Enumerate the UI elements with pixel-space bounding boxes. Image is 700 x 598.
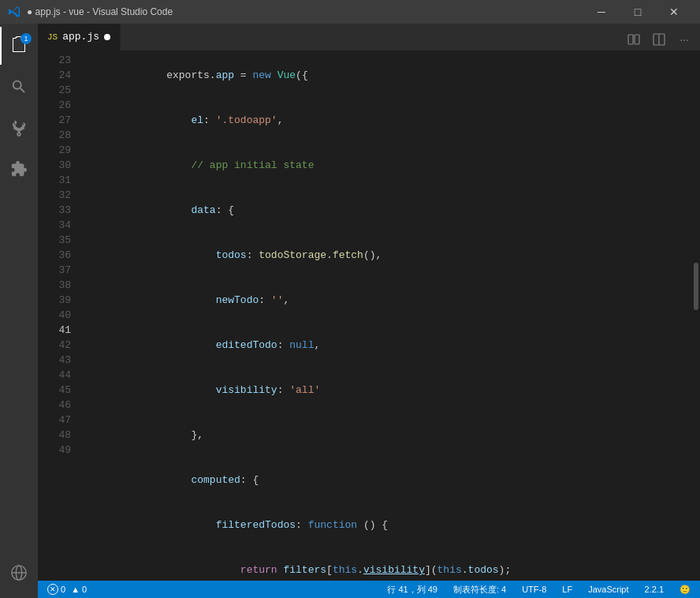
titlebar-left: ● app.js - vue - Visual Studio Code <box>8 6 173 18</box>
cursor-position: 行 41，列 49 <box>387 584 438 596</box>
vertical-scrollbar[interactable] <box>692 51 700 581</box>
app-container: 1 JS <box>0 24 700 598</box>
status-tab-size[interactable]: 制表符长度: 4 <box>450 581 509 598</box>
tab-app-js[interactable]: JS app.js <box>38 24 121 50</box>
status-language[interactable]: JavaScript <box>585 581 631 598</box>
status-bar: ✕ 0 ▲ 0 行 41，列 49 制表符长度: 4 UTF-8 LF <box>38 581 700 598</box>
status-line-ending[interactable]: LF <box>559 581 575 598</box>
code-line-33: filteredTodos: function () { <box>77 503 692 548</box>
code-line-24: el: '.todoapp', <box>77 98 692 143</box>
status-encoding[interactable]: UTF-8 <box>519 581 549 598</box>
code-container[interactable]: 2324252627 2829303132 3334353637 3839404… <box>38 51 700 581</box>
code-editor[interactable]: exports.app = new Vue({ el: '.todoapp', … <box>77 51 692 581</box>
svg-rect-4 <box>635 35 639 44</box>
activity-source-control[interactable] <box>0 109 38 147</box>
close-button[interactable]: ✕ <box>656 0 692 24</box>
minimize-button[interactable]: ─ <box>583 0 620 24</box>
code-line-27: todos: todoStorage.fetch(), <box>77 233 692 278</box>
editor-area: JS app.js ··· <box>38 24 700 598</box>
titlebar-title: ● app.js - vue - Visual Studio Code <box>27 6 173 17</box>
smiley-icon: 🙂 <box>680 585 691 595</box>
activity-search[interactable] <box>0 68 38 106</box>
activity-explorer[interactable]: 1 <box>0 27 38 65</box>
status-errors[interactable]: ✕ 0 ▲ 0 <box>44 581 90 598</box>
js-file-icon: JS <box>47 32 58 42</box>
code-line-23: exports.app = new Vue({ <box>77 53 692 98</box>
code-line-29: editedTodo: null, <box>77 323 692 368</box>
vscode-icon <box>8 6 20 18</box>
warning-count: 0 <box>82 585 87 594</box>
language-label: JavaScript <box>588 585 628 594</box>
explorer-badge: 1 <box>20 33 32 44</box>
maximize-button[interactable]: □ <box>620 0 656 24</box>
error-icon: ✕ <box>47 584 58 595</box>
status-position[interactable]: 行 41，列 49 <box>384 581 441 598</box>
code-line-30: visibility: 'all' <box>77 368 692 413</box>
svg-rect-3 <box>628 35 633 44</box>
code-line-28: newTodo: '', <box>77 278 692 323</box>
tab-actions: ··· <box>623 28 700 50</box>
status-smiley[interactable]: 🙂 <box>676 581 694 598</box>
error-count: 0 <box>61 585 65 594</box>
split-editor-button[interactable] <box>623 28 645 50</box>
activity-bar: 1 <box>0 24 38 598</box>
editor-layout-button[interactable] <box>648 28 670 50</box>
tab-modified-dot <box>104 34 110 40</box>
version-label: 2.2.1 <box>645 585 664 594</box>
more-actions-button[interactable]: ··· <box>673 28 695 50</box>
scrollbar-thumb[interactable] <box>694 263 698 310</box>
activity-remote[interactable] <box>0 554 38 592</box>
tab-size-label: 制表符长度: 4 <box>453 584 506 596</box>
tab-label: app.js <box>62 31 99 43</box>
line-ending-label: LF <box>562 585 572 594</box>
code-line-26: data: { <box>77 188 692 233</box>
status-left: ✕ 0 ▲ 0 <box>44 581 90 598</box>
code-line-25: // app initial state <box>77 143 692 188</box>
encoding-label: UTF-8 <box>522 585 546 594</box>
code-line-34: return filters[this.visibility](this.tod… <box>77 548 692 581</box>
activity-extensions[interactable] <box>0 150 38 188</box>
code-line-31: }, <box>77 413 692 458</box>
code-line-32: computed: { <box>77 458 692 503</box>
line-numbers: 2324252627 2829303132 3334353637 3839404… <box>38 51 77 581</box>
tab-bar: JS app.js ··· <box>38 24 700 51</box>
status-right: 行 41，列 49 制表符长度: 4 UTF-8 LF JavaScript 2… <box>384 581 694 598</box>
titlebar-controls: ─ □ ✕ <box>583 0 692 24</box>
status-version[interactable]: 2.2.1 <box>642 581 667 598</box>
titlebar: ● app.js - vue - Visual Studio Code ─ □ … <box>0 0 700 24</box>
